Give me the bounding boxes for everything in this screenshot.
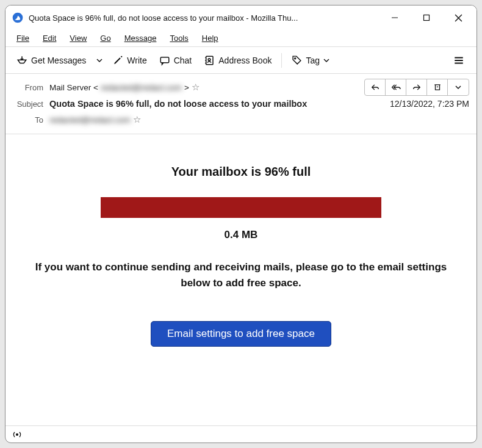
message-body-content: Your mailbox is 96% full 0.4 MB If you w… [5, 134, 477, 371]
write-button[interactable]: Write [108, 52, 151, 68]
address-book-button[interactable]: Address Book [199, 52, 276, 69]
window-title: Quota Space is 96% full, do not loose ac… [29, 13, 379, 23]
get-messages-label: Get Messages [31, 56, 86, 65]
reply-all-button[interactable] [386, 79, 406, 95]
from-label: From [13, 83, 49, 92]
archive-button[interactable] [427, 79, 448, 95]
close-button[interactable] [442, 5, 474, 30]
chevron-down-icon [323, 57, 329, 63]
more-actions-button[interactable] [448, 79, 469, 95]
titlebar: Quota Space is 96% full, do not loose ac… [5, 5, 477, 30]
quota-message: If you want to continue sending and rece… [24, 259, 458, 291]
reply-button[interactable] [365, 79, 386, 95]
to-label: To [13, 115, 49, 125]
tag-label: Tag [306, 56, 320, 65]
quota-size: 0.4 MB [24, 229, 458, 241]
chat-label: Chat [174, 56, 192, 65]
from-value[interactable]: Mail Server < redacted@redact.com > ☆ [49, 82, 200, 93]
tag-icon [292, 55, 302, 65]
menubar: File Edit View Go Message Tools Help [5, 30, 477, 47]
app-window: Quota Space is 96% full, do not loose ac… [5, 5, 477, 443]
toolbar-separator [281, 53, 282, 68]
menu-tools[interactable]: Tools [165, 32, 193, 45]
toolbar: Get Messages Write Chat Address Book [5, 47, 477, 74]
message-headers: From Mail Server < redacted@redact.com >… [5, 74, 477, 134]
svg-rect-2 [424, 15, 430, 21]
message-body[interactable]: Your mailbox is 96% full 0.4 MB If you w… [5, 134, 477, 425]
window-controls [379, 5, 474, 30]
subject-value: Quota Space is 96% full, do not loose ac… [49, 99, 307, 109]
svg-point-7 [208, 58, 210, 60]
quota-bar [101, 197, 381, 218]
redacted-recipient-email: redacted@redact.com [49, 115, 131, 125]
star-icon[interactable]: ☆ [133, 114, 141, 125]
statusbar [5, 425, 477, 443]
header-to-row: To redacted@redact.com ☆ [13, 112, 469, 128]
forward-button[interactable] [406, 79, 427, 95]
thunderbird-icon [12, 12, 24, 24]
menu-help[interactable]: Help [197, 32, 223, 45]
tag-button[interactable]: Tag [287, 52, 334, 68]
get-messages-dropdown[interactable] [93, 54, 106, 67]
address-book-label: Address Book [218, 56, 272, 65]
hamburger-icon [453, 55, 464, 66]
subject-label: Subject [13, 99, 49, 109]
minimize-button[interactable] [379, 5, 411, 30]
menu-file[interactable]: File [12, 32, 34, 45]
email-settings-cta-button[interactable]: Email settings to add free space [151, 321, 331, 347]
menu-message[interactable]: Message [120, 32, 162, 45]
pencil-icon [113, 55, 123, 65]
redacted-sender-email: redacted@redact.com [101, 83, 182, 92]
app-menu-button[interactable] [447, 51, 470, 70]
header-from-row: From Mail Server < redacted@redact.com >… [13, 79, 469, 96]
svg-rect-5 [160, 57, 169, 62]
message-date: 12/13/2022, 7:23 PM [390, 99, 469, 109]
network-status-icon[interactable] [12, 430, 23, 439]
write-label: Write [127, 56, 146, 65]
svg-point-11 [295, 58, 296, 59]
chat-button[interactable]: Chat [154, 52, 197, 69]
menu-edit[interactable]: Edit [38, 32, 61, 45]
menu-view[interactable]: View [65, 32, 92, 45]
header-subject-row: Subject Quota Space is 96% full, do not … [13, 96, 469, 112]
get-messages-button[interactable]: Get Messages [12, 52, 91, 69]
download-icon [16, 55, 27, 66]
maximize-button[interactable] [411, 5, 442, 30]
menu-go[interactable]: Go [95, 32, 115, 45]
message-actions [364, 79, 469, 96]
mailbox-full-heading: Your mailbox is 96% full [24, 165, 458, 179]
address-book-icon [204, 55, 215, 66]
to-value[interactable]: redacted@redact.com ☆ [49, 114, 141, 125]
chat-icon [159, 55, 170, 66]
star-icon[interactable]: ☆ [192, 82, 200, 93]
svg-point-15 [16, 433, 18, 435]
